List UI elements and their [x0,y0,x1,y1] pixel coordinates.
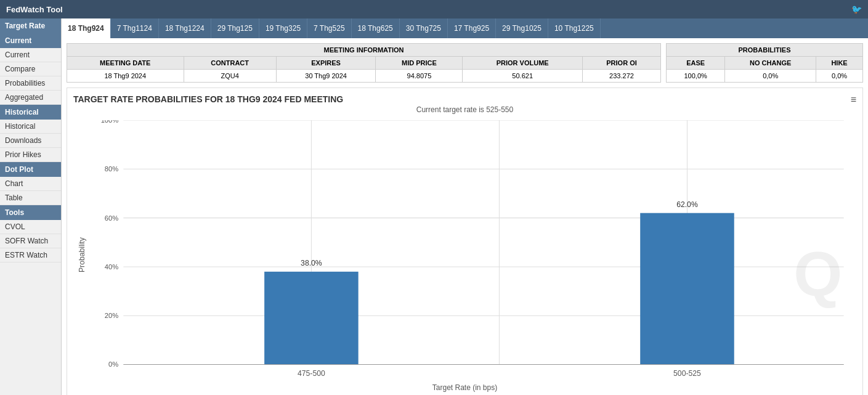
sidebar: Target Rate Current Current Compare Prob… [0,18,62,395]
sidebar-item-current[interactable]: Current [0,48,61,62]
x-label-475-500: 475-500 [298,369,325,378]
col-no-change: NO CHANGE [725,57,816,70]
chart-area: TARGET RATE PROBABILITIES FOR 18 THG9 20… [67,88,863,395]
col-prior-volume: PRIOR VOLUME [463,57,583,70]
sidebar-section-tools[interactable]: Tools [0,205,61,220]
content-area: 18 Thg924 7 Thg1124 18 Thg1224 29 Thg125… [62,18,868,395]
tab-3[interactable]: 29 Thg125 [211,18,259,38]
svg-text:40%: 40% [105,263,118,271]
app-title: FedWatch Tool [6,5,63,14]
sidebar-item-table[interactable]: Table [0,191,61,205]
tab-8[interactable]: 17 Thg925 [448,18,496,38]
sidebar-section-dot-plot[interactable]: Dot Plot [0,162,61,177]
col-prior-oi: PRIOR OI [582,57,660,70]
svg-text:20%: 20% [105,312,118,319]
sidebar-item-cvol[interactable]: CVOL [0,220,61,234]
col-mid-price: MID PRICE [376,57,463,70]
tab-bar: 18 Thg924 7 Thg1124 18 Thg1224 29 Thg125… [62,18,868,38]
sidebar-item-aggregated[interactable]: Aggregated [0,91,61,105]
svg-text:100%: 100% [101,120,119,124]
sidebar-section-current[interactable]: Current [0,33,61,48]
val-expires: 30 Thg9 2024 [276,70,376,83]
svg-text:80%: 80% [105,165,118,173]
bar-label-475-500: 38.0% [301,259,322,267]
main-panel: MEETING INFORMATION MEETING DATE CONTRAC… [62,38,868,395]
sidebar-item-probabilities[interactable]: Probabilities [0,76,61,91]
tab-4[interactable]: 19 Thg325 [259,18,307,38]
tab-2[interactable]: 18 Thg1224 [159,18,211,38]
col-contract: CONTRACT [184,57,276,70]
meeting-info-right: PROBABILITIES EASE NO CHANGE HIKE 100,0% [666,43,863,83]
sidebar-section-historical[interactable]: Historical [0,105,61,120]
tab-7[interactable]: 30 Thg725 [400,18,448,38]
meeting-info-left: MEETING INFORMATION MEETING DATE CONTRAC… [67,43,661,83]
val-hike: 0,0% [816,70,863,83]
val-ease: 100,0% [667,70,725,83]
col-expires: EXPIRES [276,57,376,70]
tab-5[interactable]: 7 Thg525 [307,18,352,38]
bar-500-525 [640,213,734,365]
col-meeting-date: MEETING DATE [67,57,184,70]
tab-9[interactable]: 29 Thg1025 [496,18,548,38]
menu-icon[interactable]: ≡ [851,94,856,105]
twitter-icon: 🐦 [851,4,862,14]
sidebar-item-sofr-watch[interactable]: SOFR Watch [0,234,61,248]
sidebar-item-compare[interactable]: Compare [0,62,61,76]
sidebar-item-estr-watch[interactable]: ESTR Watch [0,248,61,263]
svg-text:60%: 60% [105,214,118,222]
sidebar-item-downloads[interactable]: Downloads [0,134,61,148]
chart-title: TARGET RATE PROBABILITIES FOR 18 THG9 20… [73,94,856,104]
val-no-change: 0,0% [725,70,816,83]
x-label-500-525: 500-525 [673,369,701,378]
tab-10[interactable]: 10 Thg1225 [548,18,601,38]
x-axis-label: Target Rate (in bps) [73,383,856,392]
y-axis-label: Probability [78,237,86,272]
title-bar: FedWatch Tool 🐦 [0,0,868,18]
tab-0[interactable]: 18 Thg924 [62,18,111,38]
svg-text:0%: 0% [108,360,118,368]
val-mid-price: 94.8075 [376,70,463,83]
col-hike: HIKE [816,57,863,70]
sidebar-item-prior-hikes[interactable]: Prior Hikes [0,148,61,162]
sidebar-section-target-rate[interactable]: Target Rate [0,18,61,33]
watermark: Q [793,239,842,309]
probabilities-title: PROBABILITIES [667,44,863,57]
val-contract: ZQU4 [184,70,276,83]
meeting-info-title: MEETING INFORMATION [67,44,661,57]
sidebar-item-chart[interactable]: Chart [0,177,61,191]
col-ease: EASE [667,57,725,70]
val-prior-volume: 50.621 [463,70,583,83]
info-container: MEETING INFORMATION MEETING DATE CONTRAC… [67,43,863,83]
bar-475-500 [264,272,359,365]
tab-6[interactable]: 18 Thg625 [352,18,400,38]
probabilities-table: PROBABILITIES EASE NO CHANGE HIKE 100,0% [666,43,863,83]
val-prior-oi: 233.272 [582,70,660,83]
tab-1[interactable]: 7 Thg1124 [111,18,159,38]
bar-chart: Probability 0% 20% 40% 60% [73,120,856,389]
sidebar-item-historical[interactable]: Historical [0,120,61,134]
meeting-info-table: MEETING INFORMATION MEETING DATE CONTRAC… [67,43,661,83]
bar-label-500-525: 62.0% [676,200,698,209]
val-meeting-date: 18 Thg9 2024 [67,70,184,83]
chart-subtitle: Current target rate is 525-550 [73,105,856,114]
